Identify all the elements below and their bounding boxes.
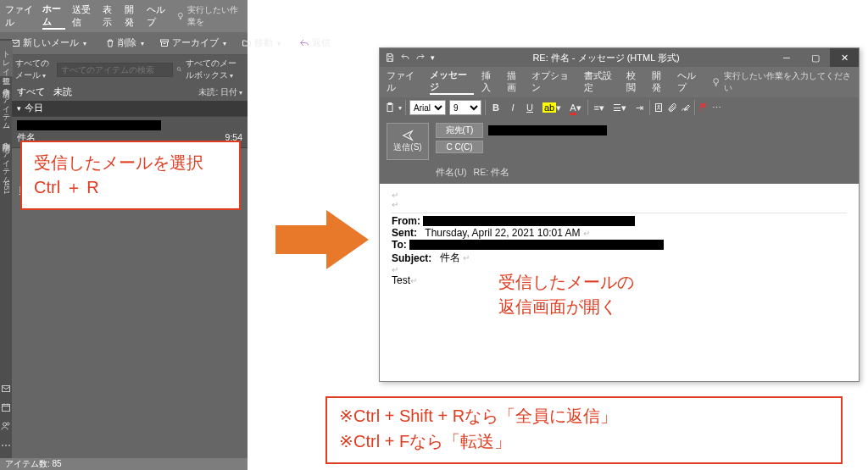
- svg-point-6: [7, 423, 9, 425]
- rmenu-help[interactable]: ヘルプ: [677, 70, 704, 94]
- to-button[interactable]: 宛先(T): [436, 123, 483, 138]
- highlight-button[interactable]: ab▾: [540, 102, 564, 114]
- rmenu-review[interactable]: 校閲: [626, 70, 644, 94]
- more-nav-icon[interactable]: ⋯: [1, 440, 11, 451]
- main-menubar: ファイル ホーム 送受信 表示 開発 ヘルプ 実行したい作業を: [0, 0, 248, 32]
- to-value-redacted[interactable]: [488, 125, 607, 135]
- menu-help[interactable]: ヘルプ: [147, 3, 170, 29]
- group-today[interactable]: 今日: [12, 101, 248, 116]
- trash-icon: [105, 38, 115, 48]
- font-name-select[interactable]: Arial: [409, 100, 446, 115]
- svg-marker-8: [275, 210, 369, 269]
- rmenu-options[interactable]: オプション: [531, 70, 576, 94]
- bullets-button[interactable]: ≡▾: [592, 102, 607, 114]
- quoted-body-text: Test: [392, 274, 410, 286]
- underline-button[interactable]: U: [523, 102, 537, 113]
- addressbook-icon[interactable]: [654, 102, 664, 113]
- indent-button[interactable]: ⇥: [632, 102, 646, 114]
- rmenu-file[interactable]: ファイル: [387, 70, 422, 94]
- send-button[interactable]: 送信(S): [387, 123, 429, 160]
- numbering-button[interactable]: ☰▾: [610, 102, 629, 114]
- svg-rect-2: [161, 40, 169, 42]
- menu-dev[interactable]: 開発: [125, 3, 140, 29]
- attach-icon[interactable]: [667, 102, 677, 113]
- status-bar: アイテム数: 85: [0, 458, 248, 470]
- vtab-drafts[interactable]: 削除済みアイテム 451: [0, 132, 13, 200]
- search-input[interactable]: [57, 63, 173, 77]
- paste-icon[interactable]: [385, 102, 395, 113]
- archive-icon: [159, 38, 170, 48]
- cc-button[interactable]: C C(C): [436, 141, 483, 153]
- font-color-button[interactable]: A▾: [567, 102, 583, 114]
- flag-icon[interactable]: [698, 102, 709, 113]
- subject-value[interactable]: RE: 件名: [474, 167, 509, 179]
- svg-point-0: [178, 13, 182, 17]
- toolbar-more-icon[interactable]: ⋯: [712, 102, 721, 113]
- archive-button[interactable]: アーカイブ: [153, 35, 232, 52]
- rmenu-message[interactable]: メッセージ: [430, 69, 474, 95]
- big-arrow-icon: [275, 210, 369, 269]
- annotation-footnote: ※Ctrl + Shift + Rなら「全員に返信」 ※Ctrl + Fなら「転…: [326, 396, 843, 464]
- quoted-header: From: Sent: Thursday, April 22, 2021 10:…: [392, 213, 847, 265]
- window-close-button[interactable]: ✕: [830, 48, 859, 67]
- search-scope-left[interactable]: すべてのメール: [15, 58, 53, 81]
- reply-window: ▾ RE: 件名 - メッセージ (HTML 形式) ─ ▢ ✕ ファイル メッ…: [379, 47, 860, 382]
- outlook-main-window: ファイル ホーム 送受信 表示 開発 ヘルプ 実行したい作業を 新しいメール 削…: [0, 0, 248, 470]
- rmenu-format[interactable]: 書式設定: [584, 70, 620, 94]
- delete-button[interactable]: 削除: [99, 35, 150, 52]
- svg-point-7: [177, 68, 181, 71]
- filter-all[interactable]: すべて: [17, 86, 45, 98]
- nav-bottom-icons: ⋯: [0, 377, 12, 458]
- menu-view[interactable]: 表示: [103, 3, 118, 29]
- window-minimize-button[interactable]: ─: [772, 48, 801, 67]
- move-button[interactable]: 移動: [236, 35, 287, 52]
- reply-format-toolbar: ▾ Arial 9 B I U ab▾ A▾ ≡▾ ☰▾ ⇥ ⋯: [380, 97, 859, 118]
- redo-icon[interactable]: [415, 53, 426, 63]
- people-nav-icon[interactable]: [1, 421, 11, 431]
- cc-value[interactable]: [488, 142, 852, 152]
- folder-move-icon: [242, 38, 252, 48]
- svg-point-13: [658, 106, 659, 108]
- svg-rect-4: [3, 405, 10, 412]
- tell-me-hint[interactable]: 実行したい作業を: [176, 4, 242, 28]
- main-toolbar: 新しいメール 削除 アーカイブ 移動 返信: [0, 32, 248, 55]
- italic-button[interactable]: I: [506, 102, 520, 113]
- signature-icon[interactable]: [681, 102, 691, 113]
- sort-selector[interactable]: 未読: 日付: [198, 86, 242, 98]
- search-icon[interactable]: [176, 64, 182, 75]
- subject-row: 件名(U) RE: 件名: [380, 165, 859, 184]
- mail-nav-icon[interactable]: [1, 384, 11, 394]
- new-mail-button[interactable]: 新しいメール: [4, 35, 92, 52]
- rmenu-draw[interactable]: 描画: [507, 70, 525, 94]
- window-maximize-button[interactable]: ▢: [801, 48, 830, 67]
- search-row: すべてのメール すべてのメールボックス: [12, 55, 248, 84]
- annotation-select-ctrl-r: 受信したメールを選択 Ctrl ＋ R: [20, 141, 241, 210]
- menu-file[interactable]: ファイル: [5, 3, 36, 29]
- reply-tell-me[interactable]: 実行したい作業を入力してください: [711, 70, 852, 94]
- lightbulb-icon: [176, 11, 185, 21]
- reply-button[interactable]: 返信: [293, 35, 337, 52]
- font-size-select[interactable]: 9: [449, 100, 481, 115]
- reply-body[interactable]: ↵ ↵ From: Sent: Thursday, April 22, 2021…: [380, 184, 859, 381]
- reply-header-fields: 送信(S) 宛先(T) C C(C): [380, 118, 859, 165]
- reply-title-text: RE: 件名 - メッセージ (HTML 形式): [440, 52, 772, 64]
- rmenu-insert[interactable]: 挿入: [481, 70, 499, 94]
- send-icon: [400, 130, 415, 141]
- vtab-focus[interactable]: トレイ監視: [0, 41, 13, 76]
- vtab-sent[interactable]: 送信済みアイテム: [0, 78, 13, 130]
- svg-point-9: [714, 79, 719, 84]
- undo-icon[interactable]: [400, 53, 410, 63]
- paste-dd-icon[interactable]: ▾: [398, 104, 402, 112]
- rmenu-dev[interactable]: 開発: [652, 70, 670, 94]
- bold-button[interactable]: B: [489, 102, 503, 113]
- menu-sendrecv[interactable]: 送受信: [72, 3, 95, 29]
- svg-point-5: [3, 423, 7, 426]
- qat-dropdown-icon[interactable]: ▾: [431, 53, 435, 62]
- filter-row: すべて 未読 未読: 日付: [12, 84, 248, 101]
- lightbulb-icon: [711, 77, 721, 87]
- search-scope-right[interactable]: すべてのメールボックス: [186, 58, 244, 81]
- save-icon[interactable]: [385, 53, 395, 63]
- filter-unread[interactable]: 未読: [53, 86, 72, 98]
- menu-home[interactable]: ホーム: [42, 3, 65, 30]
- calendar-nav-icon[interactable]: [1, 402, 11, 412]
